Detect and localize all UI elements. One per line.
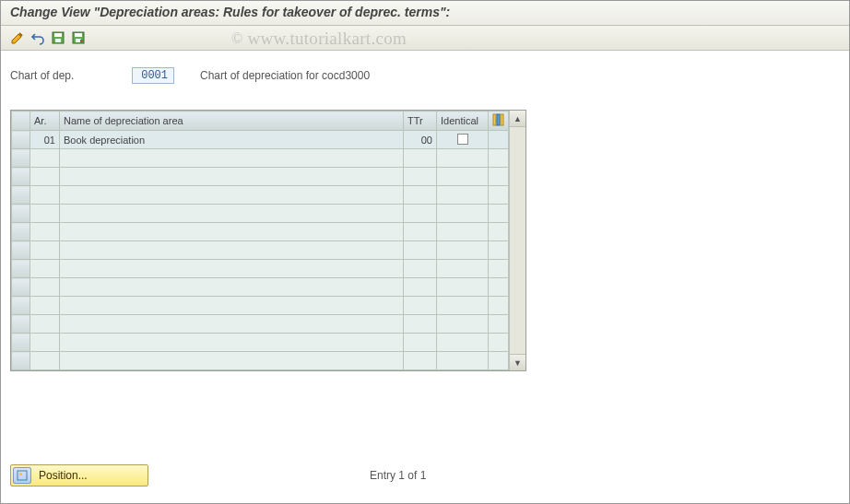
row-selector[interactable]: [12, 334, 30, 352]
svg-rect-1: [54, 33, 62, 37]
svg-rect-2: [55, 39, 61, 42]
row-selector[interactable]: [12, 131, 30, 149]
row-selector[interactable]: [12, 205, 30, 223]
row-selector[interactable]: [12, 149, 30, 168]
svg-rect-6: [80, 40, 83, 42]
row-selector[interactable]: [12, 297, 30, 315]
col-config[interactable]: [489, 111, 509, 131]
row-selector[interactable]: [12, 241, 30, 260]
table-row[interactable]: 01Book depreciation00: [12, 131, 509, 149]
chart-of-dep-value[interactable]: 0001: [132, 67, 174, 84]
position-button-label: Position...: [39, 469, 88, 482]
title-bar: Change View "Depreciation areas: Rules f…: [1, 1, 849, 26]
table-row-empty: [12, 297, 509, 315]
undo-icon[interactable]: [29, 29, 47, 47]
table-row-empty: [12, 149, 509, 168]
svg-rect-4: [75, 33, 82, 37]
cell-ar[interactable]: 01: [30, 131, 60, 149]
table-row-empty: [12, 334, 509, 352]
col-name[interactable]: Name of depreciation area: [60, 111, 404, 131]
chart-of-dep-desc: Chart of depreciation for cocd3000: [200, 69, 370, 82]
depreciation-table: Ar. Name of depreciation area TTr Identi…: [10, 110, 526, 371]
position-button[interactable]: Position...: [10, 464, 148, 486]
row-selector[interactable]: [12, 278, 30, 297]
row-selector[interactable]: [12, 260, 30, 278]
col-select[interactable]: [12, 111, 30, 131]
svg-rect-8: [497, 114, 500, 125]
save-floppy-icon[interactable]: [49, 29, 67, 47]
entry-status: Entry 1 of 1: [370, 469, 426, 482]
cell-name[interactable]: Book depreciation: [60, 131, 404, 149]
row-selector[interactable]: [12, 315, 30, 334]
svg-rect-7: [493, 114, 496, 125]
footer: Position... Entry 1 of 1: [10, 464, 840, 486]
row-selector[interactable]: [12, 223, 30, 241]
table-row-empty: [12, 205, 509, 223]
position-icon: [13, 467, 31, 484]
row-selector[interactable]: [12, 352, 30, 370]
col-ttr[interactable]: TTr: [404, 111, 437, 131]
cell-trailing: [489, 131, 509, 149]
table-settings-icon: [492, 113, 505, 126]
chart-of-dep-label: Chart of dep.: [10, 69, 121, 82]
toolbar: [1, 26, 849, 51]
table-scrollbar[interactable]: ▲ ▼: [509, 111, 525, 370]
table-row-empty: [12, 168, 509, 186]
table-row-empty: [12, 186, 509, 205]
svg-rect-11: [19, 473, 22, 475]
table-row-empty: [12, 260, 509, 278]
save-floppy2-icon[interactable]: [69, 29, 88, 47]
table-row-empty: [12, 278, 509, 297]
col-ar[interactable]: Ar.: [30, 111, 60, 131]
table-row-empty: [12, 241, 509, 260]
col-identical[interactable]: Identical: [437, 111, 489, 131]
row-selector[interactable]: [12, 168, 30, 186]
cell-identical[interactable]: [437, 131, 489, 149]
scroll-track[interactable]: [510, 127, 525, 354]
chart-of-dep-row: Chart of dep. 0001 Chart of depreciation…: [1, 51, 849, 97]
page-title: Change View "Depreciation areas: Rules f…: [10, 5, 840, 19]
scroll-down-icon[interactable]: ▼: [510, 354, 525, 370]
identical-checkbox[interactable]: [457, 134, 468, 145]
table-row-empty: [12, 352, 509, 370]
svg-rect-9: [501, 114, 503, 125]
row-selector[interactable]: [12, 186, 30, 205]
cell-ttr[interactable]: 00: [404, 131, 437, 149]
edit-pencil-icon[interactable]: [8, 29, 27, 47]
table-row-empty: [12, 315, 509, 334]
table-row-empty: [12, 223, 509, 241]
table-header-row: Ar. Name of depreciation area TTr Identi…: [12, 111, 509, 131]
scroll-up-icon[interactable]: ▲: [510, 111, 525, 127]
